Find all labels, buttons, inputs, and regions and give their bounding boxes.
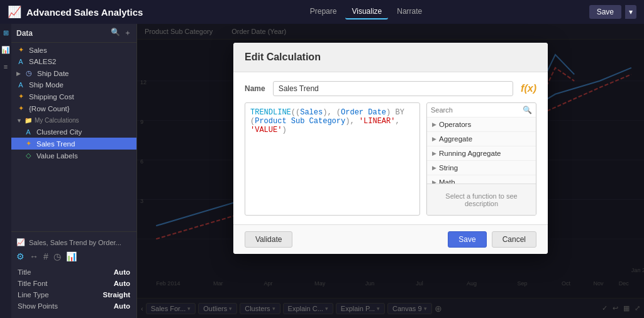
func-label-running-aggregate: Running Aggregate	[439, 150, 501, 157]
chart-title-row: 📈 Sales, Sales Trend by Order...	[11, 236, 136, 249]
sidebar-my-calculations: ▼ 📁 My Calculations	[11, 114, 136, 126]
sidebar-header-icons: 🔍 ＋	[111, 28, 131, 38]
func-label-aggregate: Aggregate	[439, 135, 472, 143]
tab-link[interactable]: ↔	[30, 251, 38, 261]
modal-save-button[interactable]: Save	[448, 231, 486, 248]
tab-clock[interactable]: ◷	[53, 251, 61, 261]
func-item-operators[interactable]: ▶ Operators	[427, 118, 536, 132]
sidebar-item-row-count[interactable]: ✦ {Row Count}	[11, 102, 136, 114]
prop-showpoints-label: Show Points	[18, 302, 58, 310]
func-item-math[interactable]: ▶ Math	[427, 175, 536, 184]
modal-name-label: Name	[245, 84, 265, 93]
save-button[interactable]: Save	[589, 5, 621, 19]
func-desc-text: Select a function to see description	[432, 192, 531, 207]
nav-prepare[interactable]: Prepare	[304, 4, 343, 19]
modal-cancel-button[interactable]: Cancel	[492, 231, 536, 248]
tab-hash[interactable]: #	[43, 251, 48, 261]
prop-font-label: Title Font	[18, 280, 48, 287]
modal-footer: Validate Save Cancel	[233, 224, 548, 254]
icon-filter[interactable]: ≡	[4, 63, 8, 70]
icon-chart[interactable]: 📊	[1, 46, 10, 54]
func-label-math: Math	[439, 178, 455, 184]
my-calc-expand-icon: ▼	[16, 118, 22, 124]
chart-icon: 📈	[16, 238, 25, 246]
sidebar-properties: Title Auto Title Font Auto Line Type Str…	[11, 264, 136, 314]
sidebar-label-ship-mode: Ship Mode	[29, 81, 64, 89]
sidebar-item-sales2[interactable]: A SALES2	[11, 56, 136, 67]
app-title: Advanced Sales Analytics	[26, 7, 143, 18]
sidebar-search-icon[interactable]: 🔍	[111, 28, 120, 38]
tab-chart[interactable]: 📊	[66, 251, 77, 261]
sidebar-label-ship-date: Ship Date	[37, 70, 69, 77]
sidebar-item-ship-mode[interactable]: A Ship Mode	[11, 79, 136, 90]
modal-search-input[interactable]	[431, 106, 520, 114]
func-item-aggregate[interactable]: ▶ Aggregate	[427, 132, 536, 146]
app-logo: 📈	[8, 5, 21, 19]
shipping-cost-icon: ✦	[16, 92, 25, 101]
func-arrow-math: ▶	[432, 179, 436, 184]
sidebar-item-shipping-cost[interactable]: ✦ Shipping Cost	[11, 90, 136, 102]
func-item-string[interactable]: ▶ String	[427, 161, 536, 175]
validate-button[interactable]: Validate	[245, 231, 292, 248]
sidebar-label-row-count: {Row Count}	[29, 105, 70, 112]
sidebar-add-icon[interactable]: ＋	[124, 28, 131, 38]
modal-functions-panel: 🔍 ▶ Operators ▶ Aggregate	[426, 102, 536, 216]
prop-show-points: Show Points Auto	[11, 300, 136, 312]
clustered-city-icon: A	[24, 128, 33, 136]
func-label-operators: Operators	[439, 121, 471, 128]
prop-linetype-value[interactable]: Straight	[103, 291, 130, 299]
sidebar-item-ship-date[interactable]: ▶ ◷ Ship Date	[11, 67, 136, 79]
ship-mode-icon: A	[16, 81, 25, 89]
my-calc-label: My Calculations	[35, 117, 79, 124]
func-arrow-operators: ▶	[432, 121, 436, 128]
save-dropdown-button[interactable]: ▾	[625, 5, 636, 19]
top-nav: Prepare Visualize Narrate	[304, 4, 429, 19]
modal-header: Edit Calculation	[233, 43, 548, 72]
func-arrow-aggregate: ▶	[432, 136, 436, 142]
search-icon: 🔍	[523, 106, 532, 114]
sidebar-header: Data 🔍 ＋	[11, 24, 136, 43]
ship-date-expand-icon: ▶	[16, 70, 21, 77]
prop-showpoints-value[interactable]: Auto	[114, 302, 130, 310]
icon-bar: ⊞ 📊 ≡	[0, 24, 11, 318]
modal-overlay: Edit Calculation Name f(x) TRENDLINE((Sa…	[137, 24, 644, 318]
icon-data[interactable]: ⊞	[3, 29, 9, 37]
prop-title-font: Title Font Auto	[11, 278, 136, 289]
prop-title-value[interactable]: Auto	[114, 268, 130, 276]
prop-linetype-label: Line Type	[18, 291, 49, 299]
func-item-running-aggregate[interactable]: ▶ Running Aggregate	[427, 146, 536, 161]
nav-narrate[interactable]: Narrate	[391, 4, 428, 19]
sidebar: Data 🔍 ＋ ✦ Sales A SALES2 ▶ ◷ Ship Date …	[11, 24, 137, 318]
sidebar-item-sales-trend[interactable]: ✦ Sales Trend	[11, 138, 136, 150]
sidebar-label-shipping-cost: Shipping Cost	[29, 93, 74, 101]
fx-button[interactable]: f(x)	[521, 83, 536, 94]
sidebar-bottom: 📈 Sales, Sales Trend by Order... ⚙ ↔ # ◷…	[11, 231, 136, 318]
sidebar-label-clustered-city: Clustered City	[36, 128, 82, 136]
sidebar-label-value-labels: Value Labels	[36, 152, 78, 160]
modal-search-bar: 🔍	[427, 103, 536, 118]
sidebar-item-value-labels[interactable]: ◇ Value Labels	[11, 150, 136, 162]
row-count-icon: ✦	[16, 104, 25, 112]
sidebar-item-clustered-city[interactable]: A Clustered City	[11, 126, 136, 138]
sidebar-property-tabs: ⚙ ↔ # ◷ 📊	[11, 249, 136, 264]
prop-font-value[interactable]: Auto	[114, 280, 130, 287]
sales-trend-icon: ✦	[24, 140, 33, 148]
modal-code-editor[interactable]: TRENDLINE((Sales), (Order Date) BY (Prod…	[245, 102, 420, 216]
nav-visualize[interactable]: Visualize	[345, 4, 388, 19]
modal-title: Edit Calculation	[245, 52, 321, 62]
modal-body: Name f(x) TRENDLINE((Sales), (Order Date…	[233, 72, 548, 224]
tab-settings[interactable]: ⚙	[16, 251, 25, 261]
edit-calculation-modal: Edit Calculation Name f(x) TRENDLINE((Sa…	[233, 43, 548, 254]
value-labels-icon: ◇	[24, 151, 33, 160]
modal-name-input[interactable]	[273, 81, 513, 96]
top-bar: 📈 Advanced Sales Analytics Prepare Visua…	[0, 0, 644, 24]
content-area: Product Sub Category Order Date (Year) 1…	[137, 24, 644, 318]
sidebar-label-sales: Sales	[29, 47, 47, 54]
prop-title-label: Title	[18, 268, 31, 276]
main-layout: ⊞ 📊 ≡ Data 🔍 ＋ ✦ Sales A SALES2 ▶ ◷ Sh	[0, 24, 644, 318]
ship-date-icon: ◷	[25, 69, 33, 77]
sidebar-label-sales-trend: Sales Trend	[36, 140, 75, 148]
sidebar-item-sales[interactable]: ✦ Sales	[11, 44, 136, 56]
prop-title: Title Auto	[11, 266, 136, 278]
prop-line-type: Line Type Straight	[11, 289, 136, 300]
